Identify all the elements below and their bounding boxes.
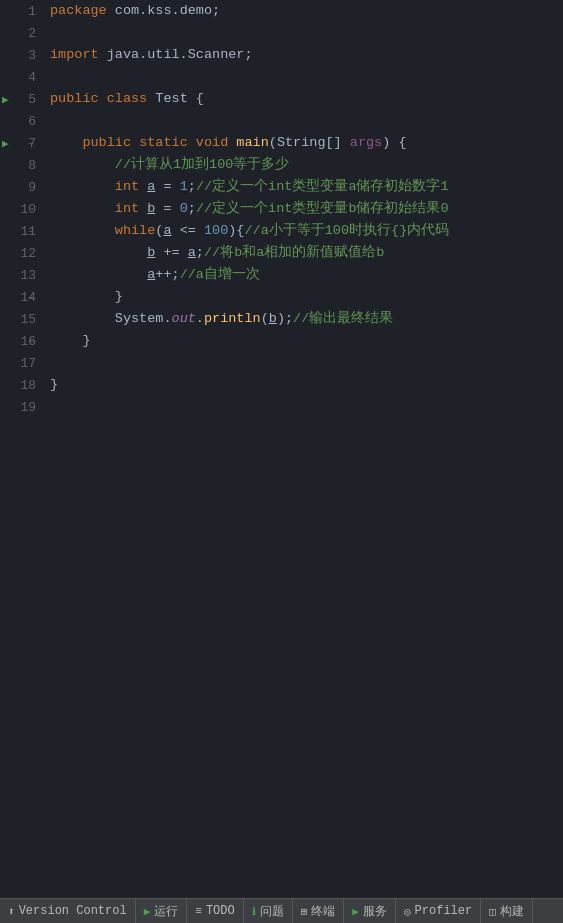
line-number-text: 6 (28, 114, 36, 129)
token: import (50, 47, 99, 62)
line-number-text: 18 (20, 378, 36, 393)
token: out (172, 311, 196, 326)
line-number-text: 1 (28, 4, 36, 19)
line-number-16: –16 (0, 330, 42, 352)
token: += (155, 245, 187, 260)
fold-gutter-icon[interactable]: – (28, 336, 34, 347)
status-item-problems[interactable]: ℹ问题 (244, 899, 293, 923)
token: void (196, 135, 228, 150)
code-line-17 (50, 352, 563, 374)
token: = (155, 179, 179, 194)
code-line-7: public static void main(String[] args) { (50, 132, 563, 154)
line-number-10: 10 (0, 198, 42, 220)
line-number-3: 3 (0, 44, 42, 66)
token: System. (115, 311, 172, 326)
token: = (155, 201, 179, 216)
token: main (236, 135, 268, 150)
line-number-text: 5 (28, 92, 36, 107)
line-number-9: 9 (0, 176, 42, 198)
token: a (188, 245, 196, 260)
run-label: 运行 (154, 903, 178, 920)
token: 100 (204, 223, 228, 238)
token: a (163, 223, 171, 238)
token: public (50, 91, 99, 106)
version-control-icon: ⬆ (8, 905, 15, 918)
indent (50, 311, 115, 326)
token: ) { (382, 135, 406, 150)
code-line-14: } (50, 286, 563, 308)
token: b (269, 311, 277, 326)
code-line-9: int a = 1;//定义一个int类型变量a储存初始数字1 (50, 176, 563, 198)
token: static (139, 135, 188, 150)
line-number-2: 2 (0, 22, 42, 44)
code-line-4 (50, 66, 563, 88)
token: com.kss.demo; (107, 3, 220, 18)
indent (50, 267, 147, 282)
terminal-icon: ⊞ (301, 905, 308, 918)
status-item-structure[interactable]: ◫构建 (481, 899, 533, 923)
fold-gutter-icon[interactable]: – (28, 226, 34, 237)
line-number-14: –14 (0, 286, 42, 308)
line-number-text: 2 (28, 26, 36, 41)
code-line-18: } (50, 374, 563, 396)
status-item-terminal[interactable]: ⊞终端 (293, 899, 345, 923)
todo-label: TODO (206, 904, 235, 918)
run-gutter-icon[interactable]: ▶ (2, 137, 9, 150)
token: ; (188, 179, 196, 194)
services-icon: ▶ (352, 905, 359, 918)
token: 0 (180, 201, 188, 216)
indent (50, 333, 82, 348)
token: ){ (228, 223, 244, 238)
code-line-11: while(a <= 100){//a小于等于100时执行{}内代码 (50, 220, 563, 242)
token: ++; (155, 267, 179, 282)
code-line-12: b += a;//将b和a相加的新值赋值给b (50, 242, 563, 264)
terminal-label: 终端 (311, 903, 335, 920)
indent (50, 223, 115, 238)
line-number-11: –11 (0, 220, 42, 242)
token: //定义一个int类型变量a储存初始数字1 (196, 179, 449, 194)
line-number-15: 15 (0, 308, 42, 330)
code-line-13: a++;//a自增一次 (50, 264, 563, 286)
todo-icon: ≡ (195, 905, 202, 917)
token: while (115, 223, 156, 238)
version-control-label: Version Control (19, 904, 127, 918)
status-item-services[interactable]: ▶服务 (344, 899, 396, 923)
indent (50, 201, 115, 216)
profiler-label: Profiler (415, 904, 473, 918)
token: ( (269, 135, 277, 150)
status-item-run[interactable]: ▶运行 (136, 899, 188, 923)
token: } (115, 289, 123, 304)
line-number-text: 15 (20, 312, 36, 327)
line-number-text: 4 (28, 70, 36, 85)
token: ); (277, 311, 293, 326)
token: ( (261, 311, 269, 326)
status-item-version-control[interactable]: ⬆Version Control (0, 899, 136, 923)
line-number-18: 18 (0, 374, 42, 396)
token (188, 135, 196, 150)
token: args (350, 135, 382, 150)
line-numbers-gutter: 1234▶56▶–78910–111213–1415–16171819 (0, 0, 42, 878)
status-item-todo[interactable]: ≡TODO (187, 899, 243, 923)
token: package (50, 3, 107, 18)
editor-container: 1234▶56▶–78910–111213–1415–16171819 pack… (0, 0, 563, 878)
token: java.util.Scanner; (99, 47, 253, 62)
line-number-6: 6 (0, 110, 42, 132)
status-item-profiler[interactable]: ◎Profiler (396, 899, 481, 923)
token: //计算从1加到100等于多少 (115, 157, 290, 172)
token: class (107, 91, 148, 106)
token: //a小于等于100时执行{}内代码 (244, 223, 449, 238)
run-gutter-icon[interactable]: ▶ (2, 93, 9, 106)
token: println (204, 311, 261, 326)
code-area[interactable]: package com.kss.demo;import java.util.Sc… (42, 0, 563, 878)
status-bar: ⬆Version Control▶运行≡TODOℹ问题⊞终端▶服务◎Profil… (0, 898, 563, 923)
token: <= (172, 223, 204, 238)
token: //a自增一次 (180, 267, 260, 282)
fold-gutter-icon[interactable]: – (28, 138, 34, 149)
line-number-5: ▶5 (0, 88, 42, 110)
structure-icon: ◫ (489, 905, 496, 918)
line-number-12: 12 (0, 242, 42, 264)
token: } (82, 333, 90, 348)
token: 1 (180, 179, 188, 194)
line-number-7: ▶–7 (0, 132, 42, 154)
fold-gutter-icon[interactable]: – (28, 292, 34, 303)
